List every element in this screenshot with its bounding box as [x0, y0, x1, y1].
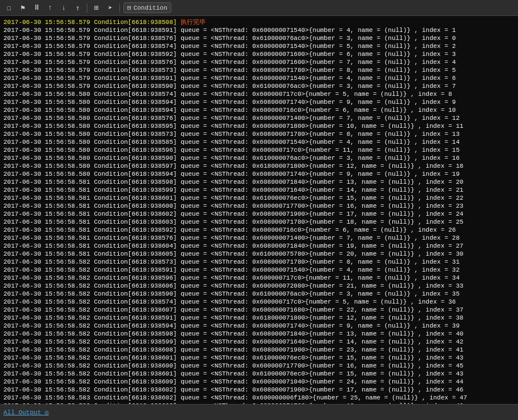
log-line: 2017-06-30 15:56:58.580 Condition[6618:9… [3, 146, 515, 154]
log-line: 2017-06-30 15:56:58.582 Condition[6618:9… [3, 258, 515, 266]
log-line: 2017-06-30 15:56:58.579 Condition[6618:9… [3, 58, 515, 66]
log-line: 2017-06-30 15:56:58.580 Condition[6618:9… [3, 114, 515, 122]
step-out-icon[interactable]: ⇑ [72, 2, 83, 14]
step-into-icon[interactable]: ↓ [58, 2, 70, 14]
log-line: 2017-06-30 15:56:58.581 Condition[6618:9… [3, 242, 515, 250]
bottom-bar: All Output ◎ [0, 404, 518, 420]
pause-icon[interactable]: ⏸ [31, 2, 42, 14]
log-line: 2017-06-30 15:56:58.581 Condition[6618:9… [3, 194, 515, 202]
log-line: 2017-06-30 15:56:58.579 Condition[6618:9… [3, 26, 515, 34]
log-line: 2017-06-30 15:56:58.580 Condition[6618:9… [3, 138, 515, 146]
log-line: 2017-06-30 15:56:58.579 Condition[6618:9… [3, 18, 515, 26]
log-line: 2017-06-30 15:56:58.582 Condition[6618:9… [3, 330, 515, 338]
log-line: 2017-06-30 15:56:58.582 Condition[6618:9… [3, 282, 515, 290]
log-line: 2017-06-30 15:56:58.582 Condition[6618:9… [3, 306, 515, 314]
condition-button[interactable]: ⊟ Condition [123, 2, 171, 13]
log-line: 2017-06-30 15:56:58.581 Condition[6618:9… [3, 234, 515, 242]
log-line: 2017-06-30 15:56:58.582 Condition[6618:9… [3, 338, 515, 346]
log-line: 2017-06-30 15:56:58.582 Condition[6618:9… [3, 346, 515, 354]
log-lines-container: 2017-06-30 15:56:58.579 Condition[6618:9… [3, 18, 515, 404]
toolbar: ☐ ⚑ ⏸ ↑ ↓ ⇑ ⊞ ➤ ⊟ Condition [0, 0, 518, 16]
log-line: 2017-06-30 15:56:58.582 Condition[6618:9… [3, 362, 515, 370]
log-line: 2017-06-30 15:56:58.582 Condition[6618:9… [3, 298, 515, 306]
separator-1 [87, 3, 87, 13]
log-line: 2017-06-30 15:56:58.579 Condition[6618:9… [3, 50, 515, 58]
log-line: 2017-06-30 15:56:58.579 Condition[6618:9… [3, 34, 515, 42]
log-line: 2017-06-30 15:56:58.583 Condition[6618:9… [3, 394, 515, 402]
log-line: 2017-06-30 15:56:58.582 Condition[6618:9… [3, 290, 515, 298]
log-line: 2017-06-30 15:56:58.580 Condition[6618:9… [3, 98, 515, 106]
separator-2 [119, 3, 120, 13]
log-line: 2017-06-30 15:56:58.581 Condition[6618:9… [3, 218, 515, 226]
log-line: 2017-06-30 15:56:58.582 Condition[6618:9… [3, 370, 515, 378]
step-over-icon[interactable]: ↑ [45, 2, 56, 14]
log-line: 2017-06-30 15:56:58.579 Condition[6618:9… [3, 82, 515, 90]
log-line: 2017-06-30 15:56:58.582 Condition[6618:9… [3, 314, 515, 322]
log-line: 2017-06-30 15:56:58.580 Condition[6618:9… [3, 106, 515, 114]
send-icon[interactable]: ➤ [105, 2, 116, 14]
log-line: 2017-06-30 15:56:58.582 Condition[6618:9… [3, 266, 515, 274]
log-line: 2017-06-30 15:56:58.579 Condition[6618:9… [3, 74, 515, 82]
log-line: 2017-06-30 15:56:58.580 Condition[6618:9… [3, 122, 515, 130]
log-line: 2017-06-30 15:56:58.580 Condition[6618:9… [3, 90, 515, 98]
flag-icon[interactable]: ⚑ [17, 2, 29, 14]
log-line: 2017-06-30 15:56:58.581 Condition[6618:9… [3, 202, 515, 210]
log-line: 2017-06-30 15:56:58.582 Condition[6618:9… [3, 354, 515, 362]
log-line: 2017-06-30 15:56:58.583 Condition[6618:9… [3, 402, 515, 404]
log-line: 2017-06-30 15:56:58.581 Condition[6618:9… [3, 186, 515, 194]
log-line: 2017-06-30 15:56:58.579 Condition[6618:9… [3, 42, 515, 50]
log-line: 2017-06-30 15:56:58.579 Condition[6618:9… [3, 66, 515, 74]
log-line: 2017-06-30 15:56:58.580 Condition[6618:9… [3, 130, 515, 138]
grid-icon[interactable]: ⊞ [91, 2, 102, 14]
log-line: 2017-06-30 15:56:58.580 Condition[6618:9… [3, 162, 515, 170]
log-line: 2017-06-30 15:56:58.581 Condition[6618:9… [3, 178, 515, 186]
condition-label: Condition [134, 5, 167, 11]
log-area[interactable]: 2017-06-30 15:56:58.579 Condition[6618:9… [0, 16, 518, 404]
log-line: 2017-06-30 15:56:58.581 Condition[6618:9… [3, 226, 515, 234]
checkbox-icon[interactable]: ☐ [3, 2, 15, 14]
log-line: 2017-06-30 15:56:58.582 Condition[6618:9… [3, 322, 515, 330]
condition-grid-icon: ⊟ [127, 4, 131, 11]
log-line: 2017-06-30 15:56:58.581 Condition[6618:9… [3, 210, 515, 218]
log-line: 2017-06-30 15:56:58.582 Condition[6618:9… [3, 386, 515, 394]
log-line: 2017-06-30 15:56:58.582 Condition[6618:9… [3, 274, 515, 282]
log-line: 2017-06-30 15:56:58.580 Condition[6618:9… [3, 154, 515, 162]
all-output-link[interactable]: All Output ◎ [3, 409, 49, 416]
log-line: 2017-06-30 15:56:58.582 Condition[6618:9… [3, 378, 515, 386]
log-line: 2017-06-30 15:56:58.580 Condition[6618:9… [3, 170, 515, 178]
log-line: 2017-06-30 15:56:58.581 Condition[6618:9… [3, 250, 515, 258]
